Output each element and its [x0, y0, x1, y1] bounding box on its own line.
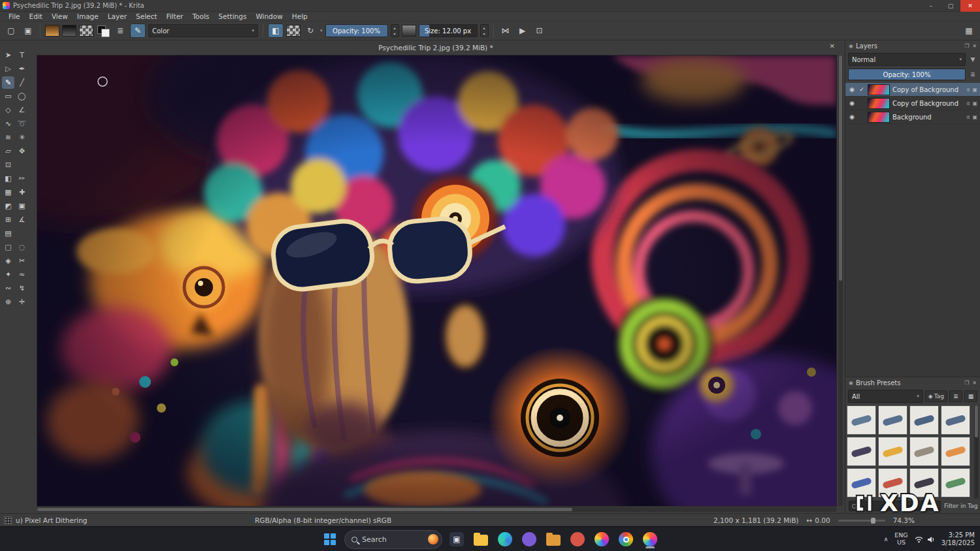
layer-visibility-icon[interactable]: ◉: [848, 86, 856, 93]
taskbar-app-file-explorer[interactable]: [471, 529, 491, 549]
gradient-swatch-small[interactable]: [402, 25, 416, 37]
menu-help[interactable]: Help: [287, 12, 312, 22]
brush-grid-scrollbar[interactable]: [974, 405, 979, 499]
size-spinner[interactable]: ▴ ▾: [480, 24, 489, 37]
spin-up-icon[interactable]: ▴: [481, 25, 488, 31]
float-docker-icon[interactable]: ❐: [964, 43, 969, 49]
chevron-down-icon[interactable]: ▾: [320, 28, 323, 33]
canvas[interactable]: [37, 55, 836, 506]
line-tool[interactable]: ╱: [16, 76, 28, 89]
transform-tool[interactable]: ▱: [2, 145, 14, 157]
zoom-tool[interactable]: ⊕: [2, 296, 14, 308]
enclose-fill-tool[interactable]: ▣: [16, 200, 28, 212]
taskbar-app-dark-square[interactable]: ▣: [447, 529, 466, 549]
start-button[interactable]: [320, 529, 340, 549]
taskbar-app-krita-active[interactable]: [640, 529, 660, 549]
rectangular-selection-tool[interactable]: ▢: [2, 241, 14, 253]
gradient-chip[interactable]: ◧: [268, 24, 284, 38]
pan-tool[interactable]: ✛: [16, 296, 28, 308]
tray-chevron-icon[interactable]: ∧: [884, 536, 889, 543]
layer-properties-icon[interactable]: ▣: [972, 114, 977, 120]
wifi-icon[interactable]: [915, 536, 923, 543]
brush-preset-pencil-soft[interactable]: [909, 437, 939, 466]
spin-down-icon[interactable]: ▾: [481, 31, 488, 37]
horizontal-scrollbar-thumb[interactable]: [37, 508, 572, 511]
blend-mode-dropdown[interactable]: Normal ▾: [848, 53, 966, 66]
taskbar-app-edge[interactable]: [495, 529, 515, 549]
taskbar-app-chrome[interactable]: [616, 529, 636, 549]
trim-button[interactable]: ⊡: [532, 24, 547, 38]
color-sampler-tool[interactable]: ✏: [16, 172, 28, 185]
size-slider[interactable]: Size: 12.00 px: [419, 24, 478, 37]
tag-button[interactable]: ◈ Tag: [925, 390, 947, 402]
layer-visibility-icon[interactable]: ◉: [848, 114, 856, 120]
magnetic-selection-tool[interactable]: ↯: [16, 282, 28, 294]
layers-menu-icon[interactable]: ≣: [968, 71, 977, 78]
taskbar-app-red[interactable]: [568, 529, 587, 549]
rotation-widget[interactable]: ↔ 0.00: [806, 516, 830, 524]
brush-preset-wet-bristle-2[interactable]: [878, 405, 907, 435]
brush-grid-scrollbar-thumb[interactable]: [975, 405, 978, 437]
horizontal-scrollbar[interactable]: [37, 507, 836, 512]
menu-select[interactable]: Select: [131, 12, 161, 22]
move-tool[interactable]: ✥: [16, 145, 28, 157]
crop-tool[interactable]: ⊡: [2, 159, 14, 171]
assistants-tool[interactable]: ⊞: [2, 213, 14, 226]
spin-up-icon[interactable]: ▴: [391, 25, 399, 31]
new-image-button[interactable]: ▢: [4, 24, 18, 38]
spin-down-icon[interactable]: ▾: [391, 31, 399, 37]
volume-icon[interactable]: [927, 536, 935, 543]
opacity-spinner[interactable]: ▴ ▾: [391, 24, 399, 37]
taskbar-search[interactable]: Search: [344, 530, 442, 549]
brush-preset-wet-bristle-1[interactable]: [847, 405, 876, 435]
menu-file[interactable]: File: [4, 12, 25, 22]
brush-preset-wet-texture[interactable]: [909, 405, 939, 435]
brush-editor-button[interactable]: ≣: [113, 24, 127, 38]
opacity-slider[interactable]: Opacity: 100%: [325, 24, 388, 37]
foreground-background-colors[interactable]: [96, 25, 110, 37]
freehand-path-tool[interactable]: ➰: [16, 118, 28, 130]
layer-opacity-slider[interactable]: Opacity: 100%: [848, 69, 966, 80]
zoom-slider-thumb[interactable]: [871, 518, 875, 524]
document-close-icon[interactable]: ✕: [830, 42, 835, 50]
brush-preset-marker-yellow[interactable]: [878, 437, 907, 466]
bezier-curve-tool[interactable]: ∿: [2, 118, 14, 130]
menu-filter[interactable]: Filter: [161, 12, 188, 22]
calligraphy-tool[interactable]: ✒: [16, 63, 28, 75]
current-brush-preset[interactable]: u) Pixel Art Dithering: [16, 516, 87, 524]
menu-layer[interactable]: Layer: [103, 12, 131, 22]
menu-tools[interactable]: Tools: [188, 12, 214, 22]
vertical-scrollbar[interactable]: [838, 55, 843, 506]
vertical-scrollbar-thumb[interactable]: [839, 55, 842, 281]
text-tool[interactable]: T: [16, 49, 28, 61]
menu-image[interactable]: Image: [73, 12, 103, 22]
minimize-button[interactable]: –: [921, 0, 941, 12]
menu-view[interactable]: View: [47, 12, 73, 22]
brush-preset-grass-green[interactable]: [941, 468, 970, 497]
taskbar-app-folder-orange[interactable]: [544, 529, 563, 549]
choose-workspace-button[interactable]: ▦: [962, 24, 976, 38]
measure-tool[interactable]: ∡: [16, 213, 28, 226]
pattern-swatch[interactable]: [79, 25, 93, 37]
paint-blend-mode-dropdown[interactable]: Color ▾: [148, 24, 258, 37]
reference-images-tool[interactable]: ▤: [2, 227, 14, 240]
ellipse-tool[interactable]: ◯: [16, 90, 28, 102]
polygon-tool[interactable]: ◇: [2, 104, 14, 116]
polygonal-selection-tool[interactable]: ◈: [2, 255, 14, 267]
elliptical-selection-tool[interactable]: ◌: [16, 241, 28, 253]
contiguous-selection-tool[interactable]: ✦: [2, 268, 14, 281]
dynamic-brush-tool[interactable]: ≋: [2, 131, 14, 144]
layer-row[interactable]: ◉Backgroundα▣: [845, 110, 980, 124]
layer-row[interactable]: ◉✓Copy of Backgroundα▣: [845, 83, 980, 97]
layer-properties-icon[interactable]: ▣: [972, 101, 977, 106]
similar-color-selection-tool[interactable]: ≈: [16, 268, 28, 281]
zoom-slider[interactable]: [838, 520, 885, 522]
brush-preset-airbrush-ring[interactable]: [941, 437, 970, 466]
taskbar-app-krita[interactable]: [592, 529, 612, 549]
gradient-swatch-brown[interactable]: [45, 25, 59, 37]
multibrush-tool[interactable]: ✳: [16, 131, 28, 144]
list-view-button[interactable]: ≣: [949, 390, 962, 402]
rectangle-tool[interactable]: ▭: [2, 90, 14, 102]
taskbar-app-purple[interactable]: [519, 529, 539, 549]
float-docker-icon[interactable]: ❐: [964, 380, 969, 386]
